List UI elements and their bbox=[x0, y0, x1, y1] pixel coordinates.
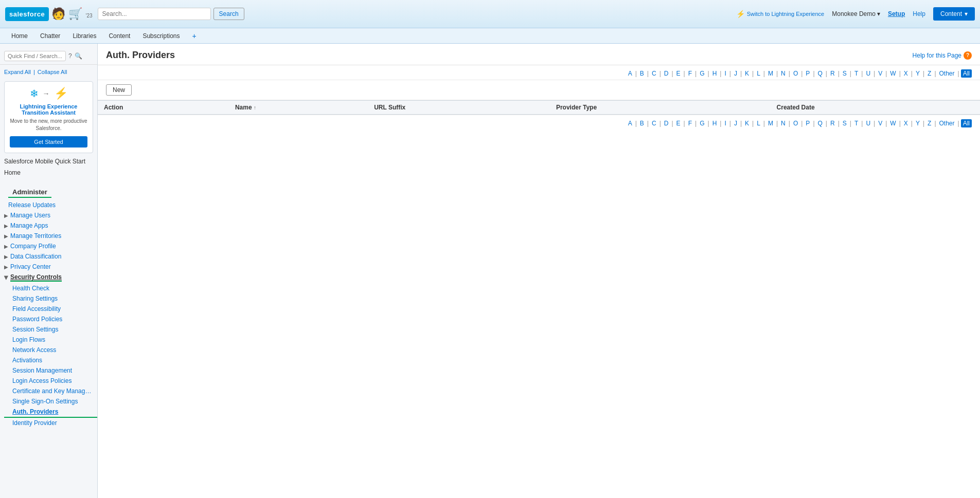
alpha-K[interactable]: K bbox=[743, 69, 751, 78]
alpha-Z[interactable]: Z bbox=[926, 69, 933, 78]
sidebar-item-health-check[interactable]: Health Check bbox=[4, 283, 97, 293]
sidebar-item-auth-providers[interactable]: Auth. Providers bbox=[4, 407, 97, 418]
alpha-Y[interactable]: Y bbox=[914, 69, 921, 78]
tab-chatter[interactable]: Chatter bbox=[34, 30, 66, 42]
sidebar-group-data-classification[interactable]: ▶ Data Classification bbox=[0, 251, 97, 262]
sidebar-item-field-accessibility[interactable]: Field Accessibility bbox=[4, 304, 97, 314]
sidebar-group-manage-territories[interactable]: ▶ Manage Territories bbox=[0, 231, 97, 241]
alpha-A[interactable]: A bbox=[627, 69, 634, 78]
alpha-bottom-D[interactable]: D bbox=[663, 119, 670, 127]
alpha-O[interactable]: O bbox=[792, 69, 799, 78]
alpha-bottom-L[interactable]: L bbox=[755, 119, 762, 127]
alpha-F[interactable]: F bbox=[687, 69, 693, 78]
sidebar-group-manage-apps[interactable]: ▶ Manage Apps bbox=[0, 220, 97, 231]
alpha-L[interactable]: L bbox=[755, 69, 762, 78]
alpha-bottom-S[interactable]: S bbox=[841, 119, 848, 127]
sidebar-home-link[interactable]: Home bbox=[0, 167, 97, 179]
alpha-D[interactable]: D bbox=[663, 69, 670, 78]
alpha-bottom-F[interactable]: F bbox=[687, 119, 693, 127]
alpha-V[interactable]: V bbox=[877, 69, 884, 78]
expand-all-link[interactable]: Expand All bbox=[4, 69, 31, 75]
alpha-bottom-K[interactable]: K bbox=[743, 119, 751, 127]
alpha-B[interactable]: B bbox=[638, 69, 646, 78]
alpha-M[interactable]: M bbox=[767, 69, 775, 78]
alpha-bottom-other[interactable]: Other bbox=[938, 119, 956, 127]
alpha-bottom-Z[interactable]: Z bbox=[926, 119, 933, 127]
get-started-button[interactable]: Get Started bbox=[10, 136, 87, 147]
alpha-X[interactable]: X bbox=[902, 69, 910, 78]
alpha-bottom-Q[interactable]: Q bbox=[816, 119, 824, 127]
alpha-bottom-T[interactable]: T bbox=[853, 119, 860, 127]
alpha-C[interactable]: C bbox=[650, 69, 658, 78]
collapse-all-link[interactable]: Collapse All bbox=[38, 69, 67, 75]
sidebar-group-manage-users[interactable]: ▶ Manage Users bbox=[0, 210, 97, 220]
sidebar-item-login-access-policies[interactable]: Login Access Policies bbox=[4, 376, 97, 386]
switch-lightning-link[interactable]: ⚡ Switch to Lightning Experience bbox=[736, 10, 824, 18]
sidebar-group-company-profile[interactable]: ▶ Company Profile bbox=[0, 241, 97, 251]
alpha-G[interactable]: G bbox=[698, 69, 706, 78]
alpha-bottom-O[interactable]: O bbox=[792, 119, 799, 127]
alpha-bottom-R[interactable]: R bbox=[829, 119, 836, 127]
alpha-bottom-M[interactable]: M bbox=[767, 119, 775, 127]
alpha-bottom-A[interactable]: A bbox=[627, 119, 634, 127]
new-button[interactable]: New bbox=[106, 84, 132, 96]
alpha-H[interactable]: H bbox=[711, 69, 719, 78]
help-page-link[interactable]: Help for this Page ? bbox=[913, 51, 972, 60]
tab-home[interactable]: Home bbox=[5, 30, 34, 42]
alpha-J[interactable]: J bbox=[733, 69, 739, 78]
content-button[interactable]: Content ▾ bbox=[933, 7, 975, 21]
alpha-Q[interactable]: Q bbox=[816, 69, 824, 78]
alpha-bottom-V[interactable]: V bbox=[877, 119, 884, 127]
alpha-bottom-I[interactable]: I bbox=[723, 119, 727, 127]
col-name[interactable]: Name ↑ bbox=[229, 101, 368, 115]
alpha-bottom-X[interactable]: X bbox=[902, 119, 910, 127]
alpha-S[interactable]: S bbox=[841, 69, 848, 78]
alpha-R[interactable]: R bbox=[829, 69, 836, 78]
sidebar-item-login-flows[interactable]: Login Flows bbox=[4, 335, 97, 345]
setup-link[interactable]: Setup bbox=[888, 10, 905, 17]
sidebar-item-identity-provider[interactable]: Identity Provider bbox=[4, 418, 97, 428]
alpha-bottom-G[interactable]: G bbox=[698, 119, 706, 127]
quick-find-help-icon[interactable]: ? bbox=[68, 52, 72, 60]
alpha-N[interactable]: N bbox=[779, 69, 787, 78]
alpha-bottom-P[interactable]: P bbox=[804, 119, 811, 127]
alpha-I[interactable]: I bbox=[723, 69, 727, 78]
salesforce-mobile-quick-start-link[interactable]: Salesforce Mobile Quick Start bbox=[0, 156, 97, 167]
alpha-bottom-E[interactable]: E bbox=[675, 119, 682, 127]
sidebar-item-session-settings[interactable]: Session Settings bbox=[4, 324, 97, 335]
sidebar-item-session-management[interactable]: Session Management bbox=[4, 365, 97, 376]
alpha-bottom-U[interactable]: U bbox=[864, 119, 872, 127]
alpha-E[interactable]: E bbox=[675, 69, 682, 78]
alpha-bottom-N[interactable]: N bbox=[779, 119, 787, 127]
sidebar-item-release-updates[interactable]: Release Updates bbox=[0, 200, 97, 210]
alpha-bottom-B[interactable]: B bbox=[638, 119, 646, 127]
sidebar-item-network-access[interactable]: Network Access bbox=[4, 345, 97, 355]
sidebar-group-security-controls[interactable]: ▶ Security Controls bbox=[0, 272, 97, 283]
alpha-bottom-Y[interactable]: Y bbox=[914, 119, 921, 127]
alpha-bottom-W[interactable]: W bbox=[888, 119, 897, 127]
help-link[interactable]: Help bbox=[913, 10, 925, 17]
sidebar-item-single-sign-on[interactable]: Single Sign-On Settings bbox=[4, 396, 97, 407]
alpha-bottom-H[interactable]: H bbox=[711, 119, 719, 127]
search-button[interactable]: Search bbox=[213, 8, 244, 20]
sidebar-group-privacy-center[interactable]: ▶ Privacy Center bbox=[0, 262, 97, 272]
alpha-bottom-C[interactable]: C bbox=[650, 119, 658, 127]
alpha-W[interactable]: W bbox=[888, 69, 897, 78]
alpha-bottom-J[interactable]: J bbox=[733, 119, 739, 127]
alpha-T[interactable]: T bbox=[853, 69, 860, 78]
quick-find-input[interactable] bbox=[4, 51, 66, 61]
sidebar-item-password-policies[interactable]: Password Policies bbox=[4, 314, 97, 324]
tab-subscriptions[interactable]: Subscriptions bbox=[136, 30, 186, 42]
sidebar-item-certificate-key-management[interactable]: Certificate and Key Management bbox=[4, 386, 97, 396]
sidebar-item-activations[interactable]: Activations bbox=[4, 355, 97, 365]
tab-content[interactable]: Content bbox=[102, 30, 136, 42]
quick-find-search-icon[interactable]: 🔍 bbox=[75, 52, 82, 60]
alpha-U[interactable]: U bbox=[864, 69, 872, 78]
alpha-P[interactable]: P bbox=[804, 69, 811, 78]
monokee-demo-dropdown[interactable]: Monokee Demo ▾ bbox=[832, 10, 880, 17]
alpha-bottom-all[interactable]: All bbox=[961, 119, 972, 127]
search-input[interactable] bbox=[98, 8, 211, 20]
sidebar-item-sharing-settings[interactable]: Sharing Settings bbox=[4, 293, 97, 304]
tab-libraries[interactable]: Libraries bbox=[66, 30, 102, 42]
alpha-other[interactable]: Other bbox=[938, 69, 956, 78]
